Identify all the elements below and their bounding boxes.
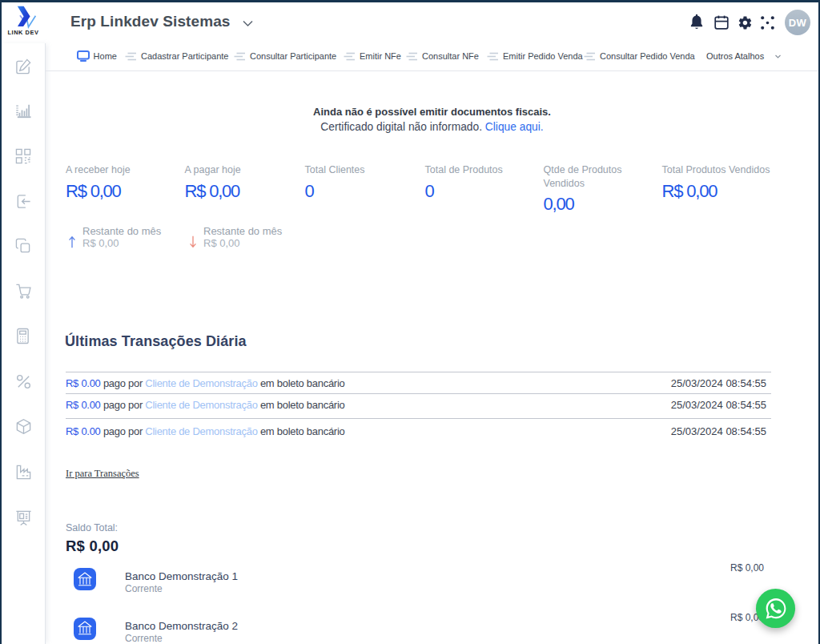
svg-text:LINK DEV: LINK DEV (8, 29, 39, 36)
